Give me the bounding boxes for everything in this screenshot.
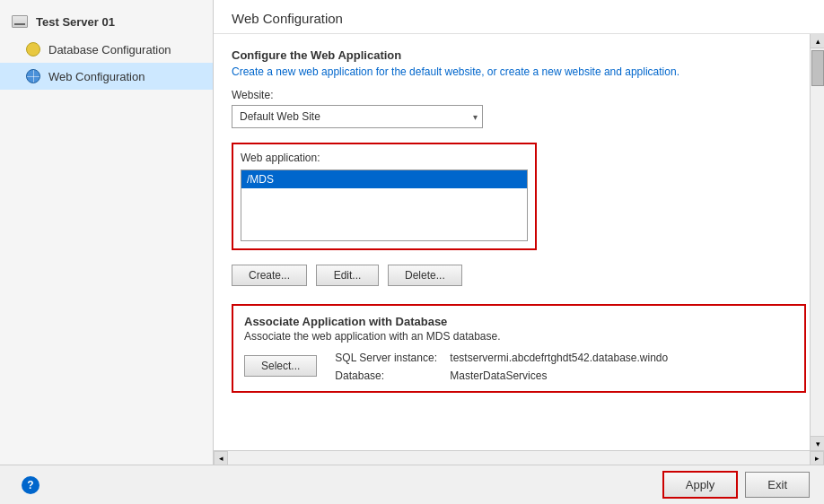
content-wrapper: Configure the Web Application Create a n… (214, 34, 824, 450)
vertical-scrollbar[interactable]: ▴ ▾ (810, 34, 824, 450)
buttons-row: Create... Edit... Delete... (232, 265, 792, 286)
footer-left: ? (14, 476, 655, 494)
scroll-left-button[interactable]: ◂ (214, 451, 228, 465)
sql-server-value: testservermi.abcdefrtghdt542.database.wi… (450, 352, 668, 364)
edit-button[interactable]: Edit... (316, 265, 379, 286)
content-area: Web Configuration Configure the Web Appl… (214, 0, 824, 465)
assoc-box-title: Associate Application with Database (244, 315, 793, 328)
assoc-fields: SQL Server instance: testservermi.abcdef… (335, 352, 668, 382)
content-title: Web Configuration (232, 11, 806, 26)
assoc-box: Associate Application with Database Asso… (232, 304, 806, 393)
database-value: MasterDataServices (450, 369, 547, 382)
assoc-select-button[interactable]: Select... (244, 355, 317, 377)
arrow-right-icon: ▸ (815, 454, 820, 463)
sidebar: Test Server 01 Database Configuration We… (0, 0, 214, 465)
arrow-down-icon: ▾ (816, 439, 820, 448)
sidebar-item-database[interactable]: Database Configuration (0, 36, 213, 63)
question-mark-icon: ? (27, 479, 33, 491)
web-icon (25, 68, 41, 84)
assoc-box-desc: Associate the web application with an MD… (244, 330, 793, 343)
create-button[interactable]: Create... (232, 265, 307, 286)
sidebar-item-web[interactable]: Web Configuration (0, 63, 213, 90)
web-app-label: Web application: (241, 152, 528, 164)
database-icon (25, 41, 41, 57)
scroll-track (228, 451, 810, 465)
website-select[interactable]: Default Web Site (232, 105, 483, 128)
web-app-listbox[interactable]: /MDS (241, 169, 528, 241)
scroll-right-button[interactable]: ▸ (810, 451, 824, 465)
arrow-up-icon: ▴ (816, 37, 820, 46)
section1-title: Configure the Web Application (232, 48, 792, 62)
website-label: Website: (232, 89, 792, 101)
horizontal-scrollbar[interactable]: ◂ ▸ (214, 450, 824, 465)
delete-button[interactable]: Delete... (388, 265, 462, 286)
section1-desc: Create a new web application for the def… (232, 65, 792, 78)
website-select-wrapper: Default Web Site ▾ (232, 105, 483, 128)
content-header: Web Configuration (214, 0, 824, 34)
web-app-item-mds[interactable]: /MDS (241, 170, 527, 188)
sidebar-item-label-database: Database Configuration (48, 43, 171, 56)
sql-server-row: SQL Server instance: testservermi.abcdef… (335, 352, 668, 364)
web-app-box: Web application: /MDS (232, 143, 537, 250)
sql-server-label: SQL Server instance: (335, 352, 443, 364)
apply-button[interactable]: Apply (662, 471, 739, 499)
scroll-up-button[interactable]: ▴ (811, 34, 824, 48)
server-icon (11, 14, 29, 29)
database-row: Database: MasterDataServices (335, 369, 668, 382)
scroll-thumb[interactable] (811, 50, 824, 86)
assoc-content: Select... SQL Server instance: testserve… (244, 352, 793, 382)
exit-button[interactable]: Exit (745, 472, 810, 498)
arrow-left-icon: ◂ (219, 454, 224, 463)
help-button[interactable]: ? (22, 476, 39, 494)
sidebar-server: Test Server 01 (0, 7, 213, 36)
main-container: Test Server 01 Database Configuration We… (0, 0, 824, 465)
footer: ? Apply Exit (0, 465, 824, 504)
server-name: Test Server 01 (36, 15, 115, 29)
sidebar-item-label-web: Web Configuration (48, 70, 145, 83)
content-body: Configure the Web Application Create a n… (214, 34, 810, 450)
scroll-down-button[interactable]: ▾ (811, 436, 824, 450)
database-label: Database: (335, 369, 443, 382)
